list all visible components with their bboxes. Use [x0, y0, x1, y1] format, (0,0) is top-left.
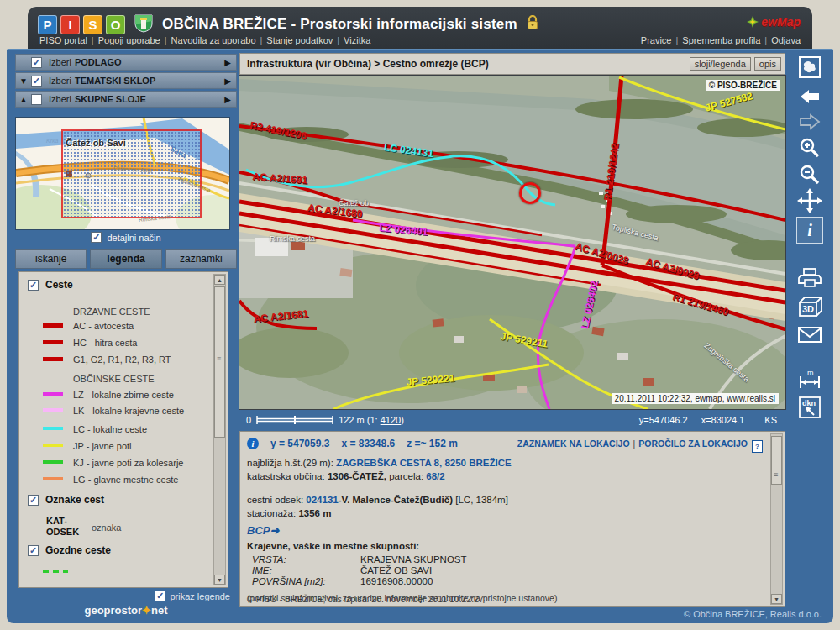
- legend-kat-odsek: KAT- ODSEK: [46, 516, 79, 538]
- legend-oznake-row: ✓ Oznake cest: [28, 494, 213, 506]
- geoprostor-star-icon: ✦: [142, 604, 151, 617]
- layers-legend-button[interactable]: sloji/legenda: [690, 57, 751, 71]
- nearest-address-line: najbližja h.št.(29 m): ZAGREBŠKA CESTA 8…: [247, 458, 512, 468]
- scroll-up-icon[interactable]: ▲: [214, 275, 225, 285]
- scroll-down-icon[interactable]: ▼: [771, 594, 782, 604]
- dkn-icon[interactable]: dkn: [796, 395, 823, 423]
- nearest-address-link[interactable]: ZAGREBŠKA CESTA 8, 8250 BREŽICE: [336, 458, 512, 468]
- chevron-right-icon[interactable]: ▶: [224, 76, 231, 86]
- geoprostor-tld: net: [151, 604, 168, 617]
- nav-odjava[interactable]: Odjava: [771, 35, 801, 45]
- back-icon[interactable]: [796, 87, 823, 109]
- nav-pravice[interactable]: Pravice: [641, 35, 672, 45]
- forward-icon[interactable]: [796, 113, 823, 134]
- link-separator: |: [633, 438, 636, 449]
- bcp-link[interactable]: BCP➜: [247, 524, 279, 537]
- tab-legenda[interactable]: legenda: [90, 249, 161, 269]
- street-name-label: Čatež ob: [339, 199, 369, 207]
- road-section-link[interactable]: 024131: [306, 495, 338, 505]
- location-report-link[interactable]: POROČILO ZA LOKACIJO: [638, 438, 748, 449]
- 3d-view-icon[interactable]: 3D: [796, 296, 823, 323]
- measure-unit-label: m: [807, 369, 814, 377]
- selector-label: IzberiPODLAGO: [49, 57, 122, 67]
- cadastral-value: 1306-ČATEŽ,: [328, 471, 386, 481]
- description-button[interactable]: opis: [754, 57, 781, 71]
- piso-logo-letter: O: [106, 15, 125, 34]
- legend-swatch-hc: [43, 340, 63, 344]
- overview-minimap[interactable]: Čatež ob Savi Sava Krka Cerkev sv. Jurja…: [15, 117, 230, 230]
- selector-tematski-sklop[interactable]: ▼ ✓ IzberiTEMATSKI SKLOP ▶: [15, 72, 237, 89]
- legend-scrollbar-thumb[interactable]: [214, 286, 225, 438]
- footer-copyright: © Občina BREŽICE, Realis d.o.o.: [684, 609, 822, 619]
- ceste-checkbox[interactable]: ✓: [28, 280, 39, 291]
- nav-sprememba-profila[interactable]: Sprememba profila: [682, 35, 760, 45]
- legend-layer-label: Oznake cest: [45, 494, 104, 506]
- full-extent-icon[interactable]: [796, 55, 823, 82]
- tab-zaznamki[interactable]: zaznamki: [165, 249, 237, 269]
- legend-item: JP - javne poti: [73, 441, 132, 451]
- app-header: P I S O OBČINA BREŽICE - Prostorski info…: [28, 7, 812, 49]
- nav-separator: |: [764, 35, 767, 45]
- measure-icon[interactable]: m: [796, 368, 823, 393]
- aerial-map: [239, 76, 785, 409]
- podlago-checkbox[interactable]: ✓: [31, 57, 42, 68]
- nav-navodila[interactable]: Navodila za uporabo: [171, 35, 256, 45]
- zoom-in-icon[interactable]: [796, 136, 823, 163]
- coordinate-system-label[interactable]: KS: [764, 415, 777, 425]
- detail-mode-checkbox[interactable]: ✓: [91, 232, 102, 243]
- tematski-checkbox[interactable]: ✓: [31, 76, 42, 87]
- ewmap-star-icon: [747, 16, 759, 28]
- table-key: POVRŠINA [m2]:: [252, 576, 326, 586]
- legend-item: AC - avtocesta: [73, 321, 134, 331]
- legend-swatch-lc: [43, 427, 63, 430]
- nav-pogoji-uporabe[interactable]: Pogoji uporabe: [98, 35, 160, 45]
- municipality-crest-icon: [134, 13, 154, 36]
- chevron-right-icon[interactable]: ▶: [224, 95, 231, 104]
- zoom-out-icon[interactable]: [796, 163, 823, 190]
- info-scrollbar-thumb[interactable]: [771, 436, 782, 485]
- legend-scrollbar[interactable]: ▲ ▼: [213, 274, 226, 585]
- nav-separator: |: [165, 35, 167, 45]
- legend-item: LZ - lokalne zbirne ceste: [73, 390, 174, 400]
- pan-icon[interactable]: [796, 188, 823, 217]
- scroll-down-icon[interactable]: ▼: [214, 575, 225, 585]
- tab-iskanje[interactable]: iskanje: [15, 249, 87, 269]
- parcel-link[interactable]: 68/2: [426, 471, 444, 481]
- scale-ratio-link[interactable]: 4120: [381, 415, 401, 425]
- coord-x: x=83024.1: [701, 415, 745, 425]
- chevron-up-icon[interactable]: ▲: [16, 95, 31, 104]
- piso-logo-letter: S: [83, 15, 102, 34]
- map-toolbar: i 3D m: [788, 50, 830, 622]
- report-document-icon[interactable]: ?: [752, 440, 763, 453]
- page-title: OBČINA BREŽICE - Prostorski informacijsk…: [162, 16, 517, 33]
- legend-item: LC - lokalne ceste: [73, 424, 147, 434]
- sidebar-tabs: iskanje legenda zaznamki: [15, 249, 237, 269]
- nav-stanje-podatkov[interactable]: Stanje podatkov: [266, 35, 333, 45]
- identify-info-button[interactable]: i: [796, 217, 823, 244]
- detail-mode-label: detajlni način: [107, 233, 160, 243]
- map-viewport[interactable]: R2 419/1206 LC 024131 AC A2/1691 AC A2/1…: [239, 76, 785, 409]
- selector-label: IzberiSKUPNE SLOJE: [49, 94, 146, 104]
- chevron-right-icon[interactable]: ▶: [224, 58, 231, 67]
- selector-podlago[interactable]: ✓ IzberiPODLAGO ▶: [15, 54, 237, 71]
- geoprostor-logo[interactable]: geoprostor✦net: [15, 604, 237, 617]
- chevron-down-icon[interactable]: ▼: [16, 76, 31, 86]
- show-legend-checkbox[interactable]: ✓: [155, 591, 165, 601]
- nav-piso-portal[interactable]: PISO portal: [39, 35, 87, 45]
- minimap-river2-label: Krka: [46, 138, 58, 144]
- community-header: Krajevne, vaške in mestne skupnosti:: [247, 541, 419, 551]
- nav-vizitka[interactable]: Vizitka: [344, 35, 370, 45]
- mail-icon[interactable]: [796, 326, 823, 347]
- selector-skupni-sloji[interactable]: ▲ ✓ IzberiSKUPNE SLOJE ▶: [15, 91, 237, 108]
- info-scrollbar[interactable]: ▼: [770, 433, 783, 605]
- skupni-checkbox[interactable]: ✓: [31, 94, 42, 105]
- oznake-checkbox[interactable]: ✓: [28, 495, 39, 506]
- piso-logo-letter: P: [38, 15, 57, 34]
- print-icon[interactable]: [796, 267, 823, 292]
- street-name-label: Rimska cesta: [270, 234, 315, 243]
- bookmark-location-link[interactable]: ZAZNAMEK NA LOKACIJO: [517, 438, 630, 449]
- top-nav-left: PISO portal|Pogoji uporabe|Navodila za u…: [39, 35, 370, 45]
- legend-swatch-kj: [43, 460, 63, 464]
- gozdne-checkbox[interactable]: ✓: [28, 545, 39, 556]
- piso-logo[interactable]: P I S O OBČINA BREŽICE - Prostorski info…: [38, 13, 539, 36]
